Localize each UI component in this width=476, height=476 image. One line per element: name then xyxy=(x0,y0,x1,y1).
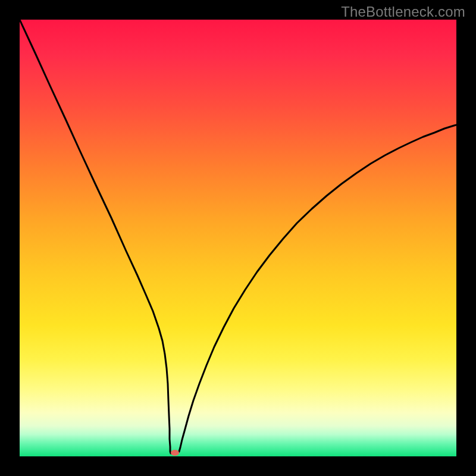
plot-area xyxy=(20,20,456,456)
minimum-marker xyxy=(171,450,179,456)
watermark-label: TheBottleneck.com xyxy=(341,4,465,20)
bottleneck-curve xyxy=(20,20,456,453)
chart-frame: TheBottleneck.com xyxy=(0,0,476,476)
curve-layer xyxy=(20,20,456,456)
